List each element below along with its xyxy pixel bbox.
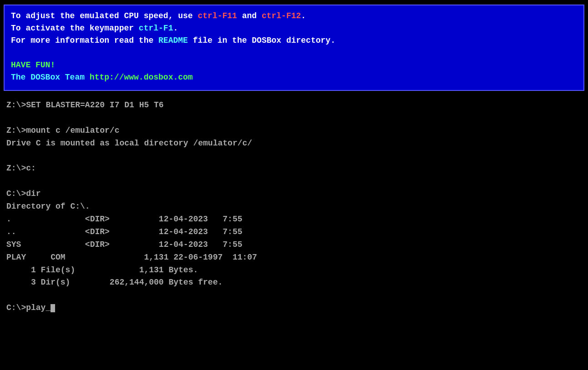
term-blank-2 [6,150,582,163]
info-team-label: The DOSBox Team [11,73,90,82]
info-text-activate: To activate the keymapper [11,24,139,33]
info-key-ctrl-f12: ctrl-F12 [262,11,301,20]
info-have-fun: HAVE FUN! [11,60,55,70]
info-blank [11,47,577,59]
info-line-1: To adjust the emulated CPU speed, use ct… [11,10,577,22]
term-line-directory-of: Directory of C:\. [6,200,582,213]
term-prompt-text: C:\>play_ [6,303,51,312]
term-line-drive-mounted: Drive C is mounted as local directory /e… [6,137,582,150]
term-line-prompt[interactable]: C:\>play_ [6,302,582,315]
term-blank-3 [6,175,582,188]
info-key-ctrl-f11: ctrl-F11 [198,11,237,20]
info-fun-line: HAVE FUN! [11,59,577,71]
term-line-play-com: PLAY COM 1,131 22-06-1997 11:07 [6,251,582,264]
info-text-period2: . [173,24,178,33]
dosbox-screen: To adjust the emulated CPU speed, use ct… [0,0,588,370]
term-line-dir: C:\>dir [6,188,582,200]
term-blank-1 [6,112,582,125]
term-line-dotdot: .. <DIR> 12-04-2023 7:55 [6,226,582,239]
term-line-dot: . <DIR> 12-04-2023 7:55 [6,213,582,226]
term-line-mount: Z:\>mount c /emulator/c [6,125,582,137]
info-box: To adjust the emulated CPU speed, use ct… [4,5,584,91]
term-line-set-blaster: Z:\>SET BLASTER=A220 I7 D1 H5 T6 [6,99,582,112]
term-line-sys: SYS <DIR> 12-04-2023 7:55 [6,239,582,251]
term-line-dirs: 3 Dir(s) 262,144,000 Bytes free. [6,276,582,289]
cursor-blink [51,304,55,312]
term-line-c-drive: Z:\>c: [6,162,582,175]
info-text-period1: . [301,11,306,20]
info-line-2: To activate the keymapper ctrl-F1. [11,22,577,35]
term-blank-4 [6,289,582,302]
info-key-ctrl-f1: ctrl-F1 [139,24,173,33]
info-team-url: http://www.dosbox.com [90,73,193,82]
info-text-readme-suffix: file in the DOSBox directory. [188,36,335,45]
info-text-readme-prefix: For more information read the [11,36,158,45]
info-team-line: The DOSBox Team http://www.dosbox.com [11,71,577,84]
info-text-and: and [237,11,262,20]
term-line-files: 1 File(s) 1,131 Bytes. [6,264,582,277]
info-text-adjust: To adjust the emulated CPU speed, use [11,11,198,20]
terminal-output[interactable]: Z:\>SET BLASTER=A220 I7 D1 H5 T6 Z:\>mou… [0,95,588,318]
info-line-3: For more information read the README fil… [11,35,577,47]
info-readme-link: README [158,36,188,45]
